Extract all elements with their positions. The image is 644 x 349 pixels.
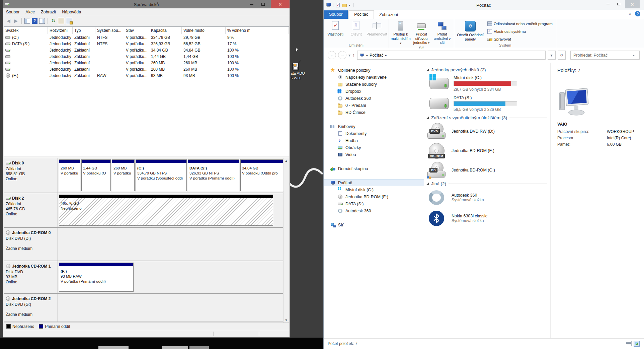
dm-maximize-button[interactable] [258, 0, 268, 8]
menu-item-soubor[interactable]: Soubor [3, 8, 22, 16]
menu-item-zobrazit[interactable]: Zobrazit [38, 8, 59, 16]
properties-icon[interactable] [335, 3, 340, 7]
disk-label[interactable]: Disk 2Základní465,76 GBOnline [4, 193, 58, 227]
media-item[interactable]: BDJednotka BD-ROM (G:) [426, 162, 550, 179]
sidebar-item-oblíbené-položky[interactable]: Oblíbené položky [324, 67, 424, 74]
ribbon-button[interactable]: Přejmenovat [367, 20, 387, 43]
column-header[interactable]: Svazek [4, 27, 48, 34]
sidebar-item-místní-disk--c--[interactable]: Místní disk (C:) [324, 186, 424, 193]
ribbon-button[interactable]: ⚙Otevřít Ovládacípanely [456, 20, 485, 43]
dm-minimize-button[interactable] [247, 0, 257, 8]
customize-icon[interactable]: ▾ [349, 4, 351, 7]
search-box[interactable] [570, 51, 640, 60]
sidebar-item-počítač[interactable]: Počítač [324, 179, 424, 186]
disk-label[interactable]: Jednotka CD-ROM 0Disk DVD (D:)Žádné médi… [4, 228, 58, 261]
table-row[interactable]: DATA (S:)JednoduchýZákladníNTFSV pořádku… [4, 41, 289, 47]
column-header[interactable]: Typ [73, 27, 95, 34]
column-header[interactable]: Volné místo [182, 27, 226, 34]
ex-close-button[interactable]: ✕ [625, 0, 640, 8]
disk-label[interactable]: Jednotka CD-ROM 2Disk DVD (G:)Žádné médi… [4, 294, 58, 322]
new-vhd-icon[interactable] [66, 18, 72, 24]
sidebar-item-stažené-soubory[interactable]: Stažené soubory [324, 81, 424, 88]
tab-zobrazení[interactable]: Zobrazení [374, 11, 403, 19]
refresh-button[interactable]: ↻ [558, 51, 566, 60]
help-icon[interactable]: ? [32, 18, 37, 24]
group-expanded-icon[interactable] [426, 183, 429, 185]
history-dropdown-icon[interactable]: ▾ [348, 53, 350, 58]
sidebar-item-naposledy-navštívené[interactable]: Naposledy navštívené [324, 74, 424, 81]
tab-soubor[interactable]: Soubor [324, 10, 348, 19]
partition-region[interactable]: (C:)334,79 GB NTFSV pořádku (Spouštěcí o… [136, 159, 187, 191]
computer-icon[interactable] [326, 3, 331, 7]
search-input[interactable] [571, 51, 632, 59]
large-icons-view-icon[interactable] [634, 341, 640, 347]
up-button[interactable]: ↑ [352, 52, 355, 58]
partition-region[interactable]: 34,84 GBV pořádku (Oddíl pro [240, 159, 283, 191]
sidebar-item-obrázky[interactable]: Obrázky [324, 144, 424, 151]
column-header[interactable]: Rozvržení [48, 27, 73, 34]
new-folder-icon[interactable] [342, 3, 347, 7]
other-item[interactable]: Autodesk 360Systémová složka [426, 189, 550, 206]
ribbon-collapse-icon[interactable]: ˄ [629, 12, 631, 16]
help-icon[interactable]: ? [635, 11, 640, 16]
forward-button[interactable]: → [338, 51, 346, 59]
group-header[interactable]: Jiná (2) [426, 181, 550, 186]
ex-titlebar[interactable]: ▾ Počítač [324, 0, 644, 10]
column-header[interactable]: Kapacita [149, 27, 182, 34]
forward-icon[interactable]: ▶ [13, 18, 19, 24]
menu-item-nápověda[interactable]: Nápověda [59, 8, 84, 16]
partition-region[interactable]: 260 MBV pořádku [112, 159, 135, 191]
group-header[interactable]: Jednotky pevných disků (2) [426, 67, 550, 72]
ribbon-button[interactable]: Vlastnosti [325, 20, 346, 43]
group-expanded-icon[interactable] [426, 69, 429, 71]
drive-item[interactable]: DATA (S:)56,5 GB volných z 326 GB [429, 95, 550, 112]
group-expanded-icon[interactable] [426, 117, 429, 119]
table-row[interactable]: JednoduchýZákladníV pořádku...34,84 GB34… [4, 47, 289, 53]
desktop-shortcut[interactable]: ata ADU 5 WH [291, 60, 321, 80]
sidebar-item-jednotka-bd-rom--f--[interactable]: Jednotka BD-ROM (F:) [324, 193, 424, 200]
ribbon-small-button[interactable]: Vlastnosti systému [487, 28, 553, 35]
table-row[interactable]: (C:)JednoduchýZákladníNTFSV pořádku...33… [4, 34, 289, 41]
details-view-icon[interactable] [626, 341, 632, 346]
dm-scrollbar[interactable]: ▲ ▼ [283, 158, 289, 323]
column-header[interactable]: Stav [124, 27, 149, 34]
ex-minimize-button[interactable] [603, 0, 613, 8]
ribbon-small-button[interactable]: Spravovat [487, 36, 553, 43]
partition-region[interactable]: 260 MBV pořádku [59, 159, 80, 191]
ribbon-button[interactable]: Přidatumístění v síti [432, 20, 453, 46]
ex-maximize-button[interactable] [614, 0, 624, 8]
sidebar-item-data--s--[interactable]: DATA (S:) [324, 200, 424, 207]
menu-item-akce[interactable]: Akce [22, 8, 38, 16]
ribbon-button[interactable]: Přístup kmultimédiím ▾ [390, 20, 411, 46]
partition-region[interactable]: 465,76 GBNepřiřazeno [59, 195, 273, 226]
sidebar-item-síť[interactable]: Síť [324, 221, 424, 228]
address-box[interactable]: ▸ Počítač ▸ [357, 51, 546, 60]
column-header[interactable]: Systém sou... [95, 27, 124, 34]
back-button[interactable]: ← [328, 51, 336, 59]
console-tree-icon[interactable] [24, 18, 30, 24]
breadcrumb-arrow-icon[interactable]: ▸ [385, 54, 387, 57]
ribbon-button[interactable]: Připojit síťovoujednotku ▾ [411, 20, 432, 46]
table-row[interactable]: JednoduchýZákladníV pořádku...260 MB260 … [4, 66, 289, 72]
drive-item[interactable]: Místní disk (C:)29,7 GB volných z 334 GB [429, 75, 550, 92]
media-item[interactable]: DVDJednotka DVD RW (D:) [426, 123, 550, 140]
group-header[interactable]: Zařízení s vyměnitelným úložištěm (3) [426, 115, 550, 120]
table-row[interactable]: JednoduchýZákladníV pořádku...1,44 GB1,4… [4, 53, 289, 60]
breadcrumb[interactable]: Počítač [370, 53, 384, 58]
dm-close-button[interactable]: ✕ [271, 0, 290, 8]
sidebar-item-dokumenty[interactable]: Dokumenty [324, 130, 424, 137]
other-item[interactable]: Nokia 6303i classicSystémová složka [426, 210, 550, 227]
table-row[interactable]: (F:)JednoduchýZákladníRAWV pořádku...93 … [4, 72, 289, 79]
scroll-down-icon[interactable]: ▼ [285, 319, 288, 322]
sidebar-item-0---předání[interactable]: 0 - Předání [324, 102, 424, 109]
disk-label[interactable]: Jednotka CD-ROM 1Disk DVD93 MBOnline [4, 261, 58, 293]
sidebar-item-videa[interactable]: Videa [324, 151, 424, 158]
media-item[interactable]: CD-ROMJednotka BD-ROM (F:) [426, 142, 550, 159]
ribbon-small-button[interactable]: Odinstalovat nebo změnit program [487, 20, 553, 27]
column-header[interactable]: % volného m... [226, 27, 250, 34]
action-pane-icon[interactable] [39, 18, 45, 24]
partition-region[interactable]: DATA (S:)326,93 GB NTFSV pořádku (Primár… [188, 159, 239, 191]
sidebar-item-dropbox[interactable]: Dropbox [324, 88, 424, 95]
sidebar-item-rd-čimice[interactable]: RD Čimice [324, 109, 424, 116]
back-icon[interactable]: ◀ [6, 18, 11, 24]
